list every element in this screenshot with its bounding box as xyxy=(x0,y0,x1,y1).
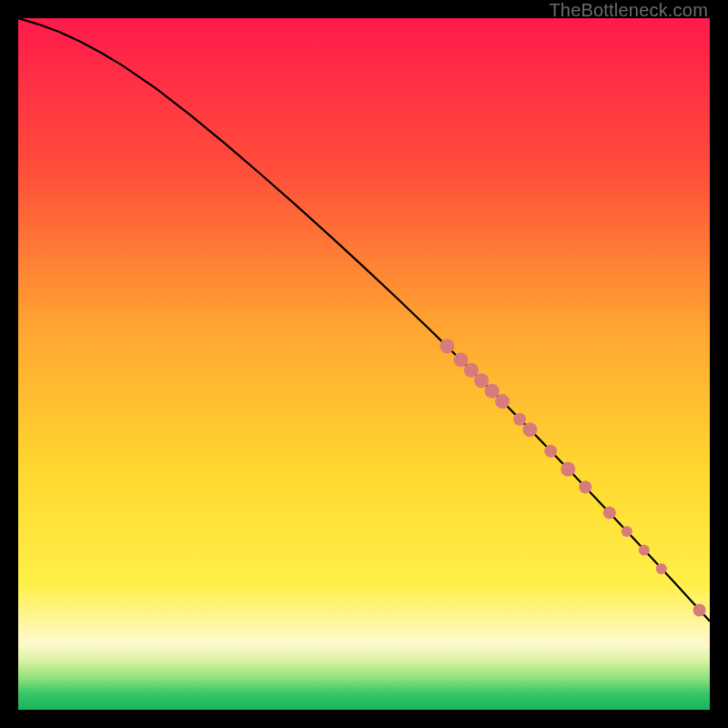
watermark-text: TheBottleneck.com xyxy=(549,0,708,21)
chart-background xyxy=(18,18,710,710)
scatter-point xyxy=(453,352,468,367)
scatter-point xyxy=(464,363,479,378)
scatter-point xyxy=(561,462,575,477)
scatter-point xyxy=(656,563,667,574)
chart-frame xyxy=(18,18,710,710)
chart-svg xyxy=(18,18,710,710)
scatter-point xyxy=(639,544,650,555)
scatter-point xyxy=(579,480,592,493)
scatter-point xyxy=(693,604,706,617)
scatter-point xyxy=(603,506,616,519)
scatter-point xyxy=(485,384,500,399)
scatter-point xyxy=(513,413,526,426)
scatter-point xyxy=(474,373,489,388)
scatter-point xyxy=(544,445,557,458)
scatter-point xyxy=(440,339,454,353)
scatter-point xyxy=(495,394,510,409)
scatter-point xyxy=(622,526,632,537)
scatter-point xyxy=(522,422,537,437)
